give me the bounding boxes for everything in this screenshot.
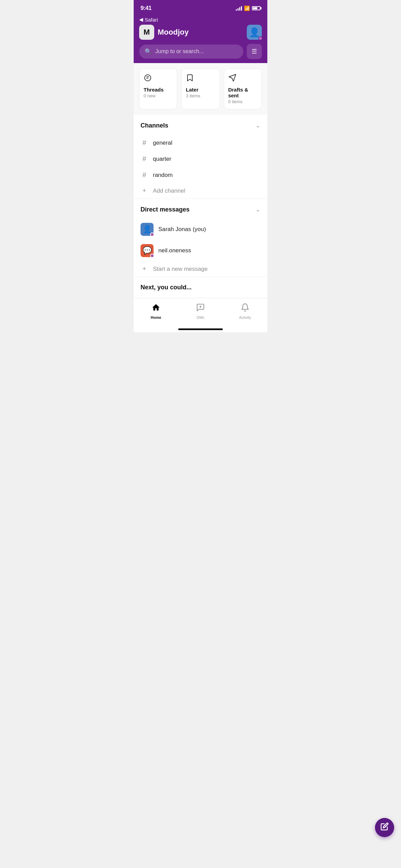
dm-status-dot-neil <box>150 254 154 258</box>
hash-icon: # <box>141 171 148 179</box>
drafts-title: Drafts & sent <box>228 87 257 98</box>
status-time: 9:41 <box>141 5 151 12</box>
main-content: Channels ⌄ # general # quarter # random … <box>134 115 267 298</box>
header-row: M Moodjoy 👤 <box>139 25 262 40</box>
signal-icon <box>236 6 242 11</box>
home-icon <box>151 303 160 314</box>
dm-item-neil[interactable]: 💬 neil.oneness <box>134 240 267 261</box>
drafts-card[interactable]: Drafts & sent 0 items <box>224 69 262 109</box>
dm-name-self: Sarah Jonas (you) <box>158 226 206 233</box>
dms-nav-label: DMs <box>197 315 205 320</box>
dms-section: Direct messages ⌄ 👤 Sarah Jonas (you) 💬 … <box>134 199 267 277</box>
wifi-icon: 📶 <box>244 5 250 11</box>
hash-icon: # <box>141 139 148 147</box>
dm-item-self[interactable]: 👤 Sarah Jonas (you) <box>134 219 267 240</box>
phone-container: 9:41 📶 ◀ Safari M Moodjoy <box>134 0 267 332</box>
avatar-person-icon: 👤 <box>249 28 260 37</box>
search-bar[interactable]: 🔍 Jump to or search... <box>139 45 243 59</box>
dm-name-neil: neil.oneness <box>158 247 191 254</box>
activity-nav-icon <box>241 303 250 314</box>
person-icon: 👤 <box>143 225 152 234</box>
next-section: Next, you could... <box>134 277 267 298</box>
hash-icon: # <box>141 155 148 163</box>
workspace-logo[interactable]: M <box>139 25 154 40</box>
workspace-name: Moodjoy <box>158 28 189 37</box>
later-icon <box>186 74 215 84</box>
channels-title: Channels <box>141 122 168 129</box>
nav-item-home[interactable]: Home <box>134 301 178 322</box>
dms-header[interactable]: Direct messages ⌄ <box>134 199 267 219</box>
dms-nav-icon <box>196 303 205 314</box>
header: ◀ Safari M Moodjoy 👤 🔍 Jump to or search… <box>134 14 267 63</box>
battery-icon <box>252 6 260 10</box>
back-chevron-icon: ◀ <box>139 16 143 23</box>
status-icons: 📶 <box>236 5 260 11</box>
status-bar: 9:41 📶 <box>134 0 267 14</box>
search-placeholder: Jump to or search... <box>155 48 204 55</box>
drafts-sub: 0 items <box>228 99 257 104</box>
channels-header[interactable]: Channels ⌄ <box>134 115 267 135</box>
back-label: Safari <box>145 17 158 23</box>
plus-icon: + <box>141 265 148 273</box>
threads-icon <box>144 74 173 84</box>
add-channel-label: Add channel <box>153 188 185 194</box>
svg-marker-3 <box>229 74 236 81</box>
home-bar <box>178 328 223 330</box>
new-message-button[interactable]: + Start a new message <box>134 261 267 277</box>
channel-item-random[interactable]: # random <box>134 167 267 183</box>
channels-chevron-icon: ⌄ <box>255 122 260 129</box>
channel-name-quarter: quarter <box>153 156 171 162</box>
bottom-nav: Home DMs Activity <box>134 298 267 328</box>
later-title: Later <box>186 87 215 93</box>
quick-actions: Threads 0 new Later 3 items Drafts & sen… <box>134 63 267 115</box>
channel-name-random: random <box>153 172 173 179</box>
filter-button[interactable]: ☰ <box>247 44 262 59</box>
filter-icon: ☰ <box>252 48 257 55</box>
new-message-label: Start a new message <box>153 266 208 273</box>
dm-avatar-self: 👤 <box>141 223 154 236</box>
user-avatar[interactable]: 👤 <box>247 25 262 40</box>
plus-icon: + <box>141 187 148 194</box>
dm-avatar-neil: 💬 <box>141 244 154 257</box>
avatar-status-dot <box>258 36 263 40</box>
nav-item-activity[interactable]: Activity <box>223 301 267 322</box>
channel-item-general[interactable]: # general <box>134 135 267 151</box>
add-channel-button[interactable]: + Add channel <box>134 183 267 198</box>
dms-title: Direct messages <box>141 206 190 213</box>
dms-chevron-icon: ⌄ <box>255 206 260 213</box>
next-title: Next, you could... <box>141 284 192 291</box>
home-indicator <box>134 328 267 332</box>
channel-item-quarter[interactable]: # quarter <box>134 151 267 167</box>
search-row: 🔍 Jump to or search... ☰ <box>139 44 262 59</box>
activity-nav-label: Activity <box>239 315 251 320</box>
safari-back-button[interactable]: ◀ Safari <box>139 16 262 23</box>
person-icon: 💬 <box>143 246 152 255</box>
dm-status-dot-self <box>150 232 154 237</box>
channels-section: Channels ⌄ # general # quarter # random … <box>134 115 267 199</box>
later-sub: 3 items <box>186 93 215 98</box>
threads-sub: 0 new <box>144 93 173 98</box>
later-card[interactable]: Later 3 items <box>181 69 219 109</box>
nav-item-dms[interactable]: DMs <box>178 301 223 322</box>
header-left: M Moodjoy <box>139 25 189 40</box>
drafts-icon <box>228 74 257 84</box>
threads-card[interactable]: Threads 0 new <box>139 69 177 109</box>
channel-name-general: general <box>153 140 172 146</box>
home-nav-label: Home <box>151 315 161 320</box>
threads-title: Threads <box>144 87 173 93</box>
search-icon: 🔍 <box>145 48 152 55</box>
